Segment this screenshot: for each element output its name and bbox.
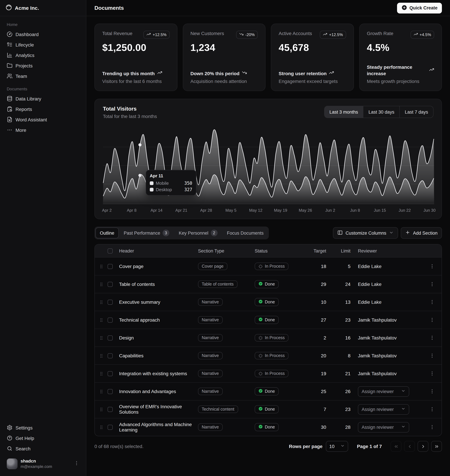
row-checkbox[interactable] [108,300,113,305]
target-value[interactable]: 7 [305,406,334,412]
drag-handle[interactable] [99,389,108,394]
drag-handle[interactable] [99,371,108,376]
row-menu-button[interactable] [429,371,435,376]
drag-handle[interactable] [99,282,108,287]
row-menu-button[interactable] [429,353,435,358]
row-checkbox[interactable] [108,282,113,287]
row-checkbox[interactable] [108,318,113,323]
database-icon [7,96,12,101]
quick-create-button[interactable]: Quick Create [397,3,442,13]
drag-handle[interactable] [99,317,108,322]
tab-past-performance[interactable]: Past Performance3 [119,227,174,238]
target-value[interactable]: 29 [305,281,334,287]
target-value[interactable]: 10 [305,299,334,305]
tab-focus-documents[interactable]: Focus Documents [222,227,268,238]
limit-value[interactable]: 23 [334,406,358,412]
customize-columns-button[interactable]: Customize Columns [333,227,398,239]
sidebar-item-team[interactable]: Team [4,71,82,81]
row-header[interactable]: Design [119,335,198,341]
row-header[interactable]: Innovation and Advantages [119,389,198,394]
select-all-checkbox[interactable] [108,249,113,254]
target-value[interactable]: 19 [305,371,334,376]
col-target: Target [305,248,334,253]
row-checkbox[interactable] [108,389,113,394]
limit-value[interactable]: 8 [334,353,358,358]
limit-value[interactable]: 24 [334,281,358,287]
range-last-30-days[interactable]: Last 30 days [363,106,399,118]
row-header[interactable]: Integration with existing systems [119,371,198,376]
row-header[interactable]: Table of contents [119,281,198,287]
sidebar-item-get-help[interactable]: Get Help [4,433,82,443]
drag-handle[interactable] [99,300,108,305]
row-checkbox[interactable] [108,264,113,269]
row-header[interactable]: Overview of EMR's Innovative Solutions [119,404,198,415]
stat-card-new-customers: New Customers-20%1,234Down 20% this peri… [183,23,266,91]
row-menu-button[interactable] [429,406,435,412]
drag-handle[interactable] [99,407,108,412]
row-checkbox[interactable] [108,354,113,359]
limit-value[interactable]: 16 [334,335,358,341]
row-menu-button[interactable] [429,335,435,341]
target-value[interactable]: 27 [305,317,334,323]
sidebar-item-data-library[interactable]: Data Library [4,93,82,104]
chevron-left-button[interactable] [404,441,415,452]
sidebar-header[interactable]: Acme Inc. [0,0,86,16]
limit-value[interactable]: 5 [334,264,358,269]
sidebar-item-analytics[interactable]: Analytics [4,50,82,60]
target-value[interactable]: 2 [305,335,334,341]
row-checkbox[interactable] [108,425,113,430]
row-menu-button[interactable] [429,299,435,305]
sidebar-item-settings[interactable]: Settings [4,422,82,433]
sidebar-item-word-assistant[interactable]: Word Assistant [4,114,82,125]
sidebar-item-more[interactable]: More [4,125,82,135]
assign-reviewer-select[interactable]: Assign reviewer [358,404,409,414]
sidebar-item-search[interactable]: Search [4,443,82,454]
sidebar-item-lifecycle[interactable]: Lifecycle [4,40,82,50]
drag-handle[interactable] [99,425,108,430]
row-checkbox[interactable] [108,371,113,376]
user-menu[interactable]: shadcn m@example.com [4,456,82,472]
tab-key-personnel[interactable]: Key Personnel2 [174,227,222,238]
row-header[interactable]: Executive summary [119,299,198,305]
sidebar-item-dashboard[interactable]: Dashboard [4,29,82,40]
range-last-3-months[interactable]: Last 3 months [324,106,363,118]
card-subline: Acquisition needs attention [190,79,258,84]
sidebar-item-reports[interactable]: Reports [4,104,82,114]
limit-value[interactable]: 28 [334,424,358,430]
row-header[interactable]: Advanced Algorithms and Machine Learning [119,422,198,433]
limit-value[interactable]: 13 [334,299,358,305]
chevron-right-button[interactable] [418,441,428,452]
card-subline: Meets growth projections [367,79,434,84]
target-value[interactable]: 20 [305,353,334,358]
row-menu-button[interactable] [429,389,435,394]
row-menu-button[interactable] [429,281,435,287]
row-header[interactable]: Capabilities [119,353,198,358]
row-header[interactable]: Cover page [119,264,198,269]
search-icon [7,446,12,451]
row-checkbox[interactable] [108,336,113,341]
range-last-7-days[interactable]: Last 7 days [399,106,433,118]
limit-value[interactable]: 21 [334,371,358,376]
rows-per-page-select[interactable]: 10 [326,441,348,452]
limit-value[interactable]: 23 [334,317,358,323]
target-value[interactable]: 25 [305,389,334,394]
row-menu-button[interactable] [429,424,435,430]
add-section-button[interactable]: Add Section [401,227,442,239]
sidebar-item-projects[interactable]: Projects [4,60,82,71]
row-checkbox[interactable] [108,407,113,412]
drag-handle[interactable] [99,264,108,269]
row-menu-button[interactable] [429,317,435,323]
drag-handle[interactable] [99,353,108,358]
chevrons-left-button[interactable] [391,441,401,452]
target-value[interactable]: 30 [305,424,334,430]
drag-handle[interactable] [99,335,108,340]
status-badge: Done [255,298,279,306]
limit-value[interactable]: 26 [334,389,358,394]
assign-reviewer-select[interactable]: Assign reviewer [358,386,409,397]
row-menu-button[interactable] [429,264,435,269]
target-value[interactable]: 18 [305,264,334,269]
assign-reviewer-select[interactable]: Assign reviewer [358,422,409,432]
chevrons-right-button[interactable] [431,441,442,452]
row-header[interactable]: Technical approach [119,317,198,323]
tab-outline[interactable]: Outline [95,227,119,238]
